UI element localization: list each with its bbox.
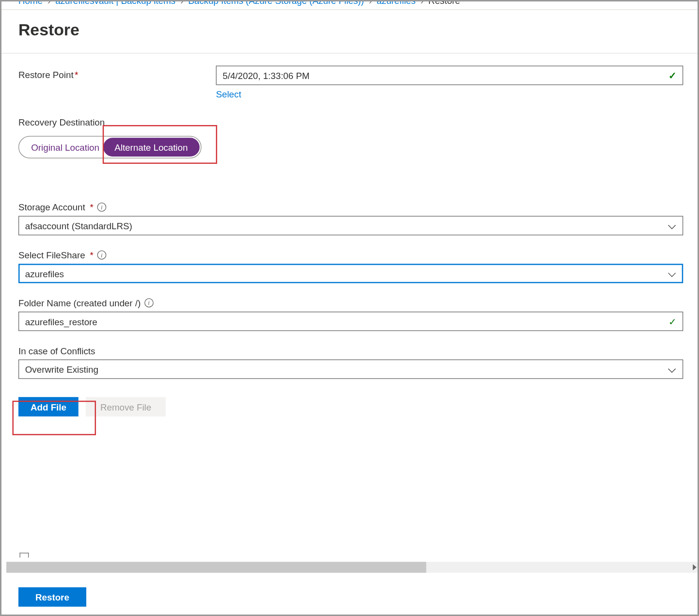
storage-account-value: afsaccount (StandardLRS) <box>25 221 132 231</box>
scroll-right-icon[interactable] <box>689 562 699 573</box>
required-indicator: * <box>75 69 78 79</box>
chevron-down-icon <box>668 221 677 230</box>
add-file-button[interactable]: Add File <box>18 397 79 416</box>
breadcrumb-current: Restore <box>429 1 461 5</box>
info-icon[interactable]: i <box>97 203 106 212</box>
folder-name-value: azurefiles_restore <box>25 316 97 326</box>
conflicts-dropdown[interactable]: Overwrite Existing <box>18 360 683 379</box>
chevron-right-icon: › <box>420 1 423 5</box>
info-icon[interactable]: i <box>97 251 106 260</box>
restore-point-label: Restore Point <box>18 69 74 79</box>
folder-name-label: Folder Name (created under /) <box>18 298 141 308</box>
remove-file-button: Remove File <box>86 397 166 416</box>
breadcrumb-link-home[interactable]: Home <box>18 1 43 5</box>
restore-point-value: 5/4/2020, 1:33:06 PM <box>222 70 309 80</box>
required-indicator: * <box>90 202 94 212</box>
conflicts-label: In case of Conflicts <box>18 346 95 356</box>
required-indicator: * <box>90 250 94 260</box>
alternate-location-option[interactable]: Alternate Location <box>103 138 199 157</box>
page-title: Restore <box>1 10 699 54</box>
breadcrumb-link-backup-items[interactable]: Backup Items (Azure Storage (Azure Files… <box>188 1 364 5</box>
chevron-right-icon: › <box>180 1 183 5</box>
storage-account-label: Storage Account <box>18 202 85 212</box>
fileshare-dropdown[interactable]: azurefiles <box>18 264 683 283</box>
recovery-destination-toggle: Original Location Alternate Location <box>18 136 201 158</box>
select-restore-point-link[interactable]: Select <box>216 89 241 99</box>
horizontal-scrollbar[interactable] <box>6 562 699 573</box>
restore-point-field[interactable]: 5/4/2020, 1:33:06 PM <box>216 66 683 85</box>
breadcrumb: Home › azurefilesvault | Backup items › … <box>1 1 699 10</box>
info-icon[interactable]: i <box>144 299 154 308</box>
chevron-down-icon <box>668 365 677 374</box>
storage-account-dropdown[interactable]: afsaccount (StandardLRS) <box>18 216 683 236</box>
scrollbar-thumb[interactable] <box>6 562 426 573</box>
fileshare-value: azurefiles <box>25 269 64 279</box>
chevron-right-icon: › <box>369 1 372 5</box>
recovery-destination-label: Recovery Destination <box>18 117 683 127</box>
breadcrumb-link-vault[interactable]: azurefilesvault | Backup items <box>55 1 175 5</box>
chevron-down-icon <box>668 269 677 278</box>
check-icon: ✓ <box>668 316 676 327</box>
restore-button[interactable]: Restore <box>18 587 86 607</box>
partial-checkbox <box>20 553 29 558</box>
chevron-right-icon: › <box>48 1 50 5</box>
folder-name-input[interactable]: azurefiles_restore ✓ <box>18 312 683 331</box>
conflicts-value: Overwrite Existing <box>25 364 98 374</box>
fileshare-label: Select FileShare <box>18 250 85 260</box>
breadcrumb-link-azurefiles[interactable]: azurefiles <box>377 1 415 5</box>
original-location-option[interactable]: Original Location <box>20 139 103 156</box>
